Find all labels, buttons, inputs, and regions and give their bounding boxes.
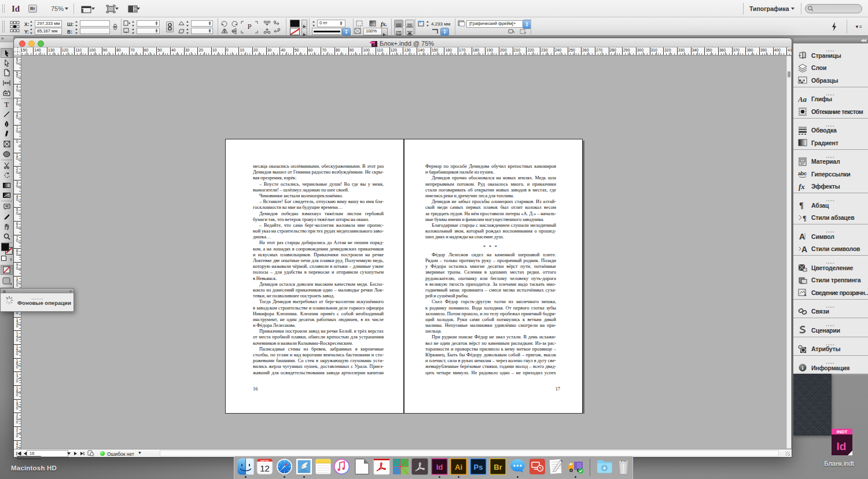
svg-text:12: 12 — [260, 463, 270, 473]
svg-text:Ai: Ai — [455, 463, 462, 471]
svg-text:fx: fx — [799, 182, 805, 191]
svg-text:Aa: Aa — [798, 95, 807, 104]
svg-text:A: A — [799, 232, 805, 241]
svg-text:¶: ¶ — [799, 201, 803, 209]
svg-text:ИЮЛЬ: ИЮЛЬ — [260, 459, 270, 463]
svg-text:Id: Id — [436, 463, 443, 471]
svg-text:INDT: INDT — [837, 429, 848, 434]
svg-text:¶: ¶ — [803, 214, 806, 222]
svg-text:T: T — [5, 101, 9, 108]
svg-text:A: A — [801, 245, 807, 253]
svg-text:abc: abc — [798, 171, 807, 176]
svg-text:Id: Id — [837, 440, 847, 452]
svg-text:Br: Br — [494, 463, 502, 471]
svg-text:Ps: Ps — [473, 463, 483, 471]
